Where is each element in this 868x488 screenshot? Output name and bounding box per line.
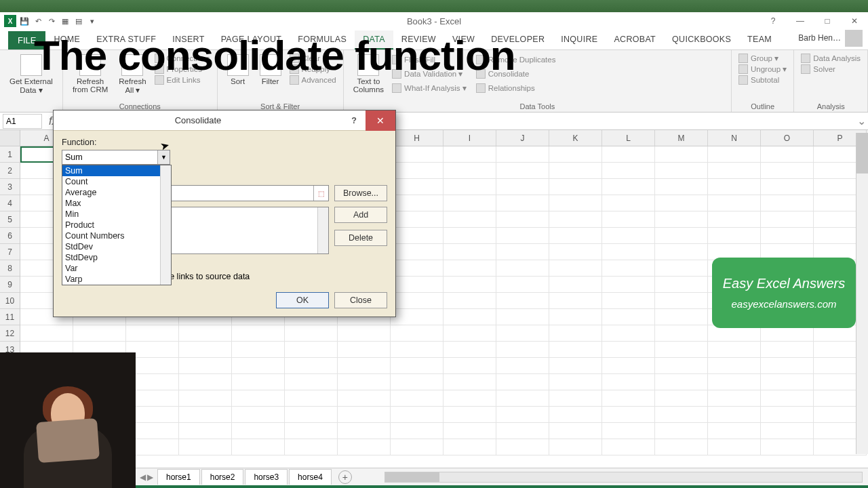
row-header[interactable]: 1 [0, 146, 20, 163]
cell[interactable] [391, 163, 443, 179]
cell[interactable] [443, 358, 496, 374]
horizontal-scrollbar[interactable] [384, 472, 863, 483]
row-header[interactable]: 9 [0, 277, 20, 293]
cell[interactable] [443, 309, 496, 325]
cell[interactable] [602, 423, 655, 439]
cell[interactable] [602, 439, 655, 455]
save-icon[interactable]: 💾 [19, 16, 30, 26]
column-header[interactable]: I [443, 130, 496, 146]
cell[interactable] [338, 325, 391, 342]
cell[interactable] [443, 244, 496, 260]
cell[interactable] [391, 407, 443, 423]
undo-icon[interactable]: ↶ [33, 16, 43, 26]
delete-button[interactable]: Delete [334, 230, 387, 246]
cell[interactable] [179, 439, 232, 455]
cell[interactable] [285, 407, 338, 423]
ribbon-tab-inquire[interactable]: INQUIRE [553, 30, 606, 49]
cell[interactable] [602, 309, 655, 325]
function-option[interactable]: Min [62, 209, 171, 220]
cell[interactable] [443, 277, 496, 293]
sheet-tab[interactable]: horse2 [201, 469, 244, 485]
cell[interactable] [285, 439, 338, 455]
cell[interactable] [443, 260, 496, 277]
sheet-nav-prev-icon[interactable]: ◀ [140, 472, 146, 482]
cell[interactable] [655, 244, 708, 260]
cell[interactable] [761, 163, 814, 179]
expand-formula-icon[interactable]: ⌄ [854, 115, 868, 127]
cell[interactable] [443, 390, 496, 407]
user-account[interactable]: Barb Hen… [793, 26, 868, 49]
cell[interactable] [549, 146, 602, 163]
cell[interactable] [549, 228, 602, 244]
cell[interactable] [391, 325, 443, 342]
cell[interactable] [549, 179, 602, 195]
cell[interactable] [232, 407, 285, 423]
cell[interactable] [708, 195, 761, 211]
dialog-close-button[interactable]: ✕ [366, 110, 395, 131]
cell[interactable] [655, 260, 708, 277]
minimize-button[interactable]: — [787, 12, 814, 30]
cell[interactable] [761, 439, 814, 455]
cell[interactable] [391, 374, 443, 390]
ribbon-tab-team[interactable]: TEAM [739, 30, 780, 49]
dropdown-scrollbar[interactable] [160, 165, 171, 285]
cell[interactable] [179, 407, 232, 423]
cell[interactable] [602, 260, 655, 277]
cell[interactable] [708, 407, 761, 423]
row-header[interactable]: 10 [0, 293, 20, 309]
cell[interactable] [443, 179, 496, 195]
cell[interactable] [20, 325, 73, 342]
cell[interactable] [443, 195, 496, 211]
function-option[interactable]: StdDev [62, 241, 171, 252]
cell[interactable] [443, 407, 496, 423]
cell[interactable] [602, 407, 655, 423]
column-header[interactable]: K [549, 130, 602, 146]
column-header[interactable]: N [708, 130, 761, 146]
cell[interactable] [496, 260, 549, 277]
cell[interactable] [338, 423, 391, 439]
cell[interactable] [655, 277, 708, 293]
ribbon-options-icon[interactable]: ? [760, 12, 787, 30]
cell[interactable] [391, 277, 443, 293]
cell[interactable] [126, 325, 179, 342]
column-header[interactable]: L [602, 130, 655, 146]
cell[interactable] [549, 293, 602, 309]
cell[interactable] [496, 439, 549, 455]
cell[interactable] [655, 374, 708, 390]
cell[interactable] [443, 342, 496, 358]
new-sheet-button[interactable]: + [338, 470, 352, 484]
cell[interactable] [761, 146, 814, 163]
cell[interactable] [761, 423, 814, 439]
row-header[interactable]: 5 [0, 211, 20, 228]
cell[interactable] [338, 407, 391, 423]
cell[interactable] [391, 179, 443, 195]
cell[interactable] [549, 390, 602, 407]
row-header[interactable]: 8 [0, 260, 20, 277]
cell[interactable] [232, 423, 285, 439]
cell[interactable] [285, 358, 338, 374]
function-option[interactable]: Count Numbers [62, 230, 171, 241]
cell[interactable] [338, 342, 391, 358]
cell[interactable] [391, 146, 443, 163]
cell[interactable] [549, 244, 602, 260]
cell[interactable] [496, 390, 549, 407]
cell[interactable] [602, 179, 655, 195]
cell[interactable] [443, 228, 496, 244]
cell[interactable] [708, 179, 761, 195]
maximize-button[interactable]: □ [814, 12, 841, 30]
cell[interactable] [443, 146, 496, 163]
cell[interactable] [602, 374, 655, 390]
range-picker-icon[interactable]: ⬚ [313, 186, 328, 201]
cell[interactable] [708, 390, 761, 407]
cell[interactable] [443, 211, 496, 228]
cell[interactable] [391, 342, 443, 358]
cell[interactable] [708, 342, 761, 358]
cell[interactable] [655, 439, 708, 455]
cell[interactable] [549, 374, 602, 390]
cell[interactable] [549, 358, 602, 374]
ribbon-item[interactable]: Subtotal [738, 75, 787, 85]
cell[interactable] [549, 325, 602, 342]
cell[interactable] [761, 228, 814, 244]
cell[interactable] [391, 423, 443, 439]
column-header[interactable]: M [655, 130, 708, 146]
